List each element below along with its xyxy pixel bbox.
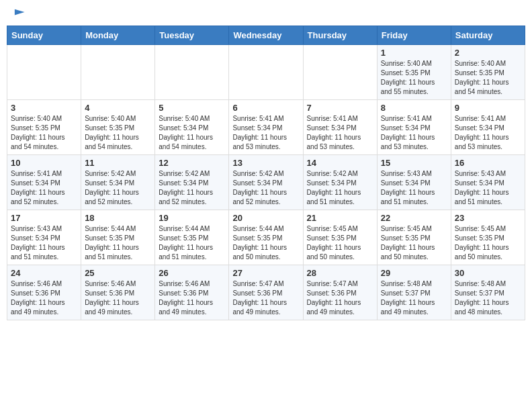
calendar-week-row: 1Sunrise: 5:40 AM Sunset: 5:35 PM Daylig… [7, 45, 525, 100]
calendar-week-row: 24Sunrise: 5:46 AM Sunset: 5:36 PM Dayli… [7, 265, 525, 320]
day-number: 25 [85, 268, 151, 278]
calendar-cell: 22Sunrise: 5:45 AM Sunset: 5:35 PM Dayli… [377, 210, 451, 265]
day-info: Sunrise: 5:46 AM Sunset: 5:36 PM Dayligh… [11, 279, 77, 317]
day-number: 26 [159, 268, 225, 278]
day-number: 20 [232, 213, 299, 223]
calendar-cell: 15Sunrise: 5:43 AM Sunset: 5:34 PM Dayli… [377, 155, 451, 210]
day-info: Sunrise: 5:44 AM Sunset: 5:35 PM Dayligh… [159, 224, 225, 262]
calendar-week-row: 17Sunrise: 5:43 AM Sunset: 5:34 PM Dayli… [7, 210, 525, 265]
day-number: 17 [11, 213, 77, 223]
calendar-cell: 18Sunrise: 5:44 AM Sunset: 5:35 PM Dayli… [81, 210, 155, 265]
day-number: 27 [232, 268, 299, 278]
day-info: Sunrise: 5:48 AM Sunset: 5:37 PM Dayligh… [381, 279, 447, 317]
calendar-cell: 26Sunrise: 5:46 AM Sunset: 5:36 PM Dayli… [155, 265, 229, 320]
day-number: 14 [307, 158, 373, 168]
day-number: 19 [159, 213, 225, 223]
day-number: 1 [381, 48, 447, 58]
day-info: Sunrise: 5:40 AM Sunset: 5:35 PM Dayligh… [381, 59, 447, 97]
calendar-cell: 28Sunrise: 5:47 AM Sunset: 5:36 PM Dayli… [303, 265, 377, 320]
day-info: Sunrise: 5:44 AM Sunset: 5:35 PM Dayligh… [232, 224, 299, 262]
day-number: 22 [381, 213, 447, 223]
day-info: Sunrise: 5:41 AM Sunset: 5:34 PM Dayligh… [307, 114, 373, 152]
calendar-table: SundayMondayTuesdayWednesdayThursdayFrid… [7, 26, 525, 320]
weekday-header: Saturday [451, 26, 525, 45]
day-info: Sunrise: 5:42 AM Sunset: 5:34 PM Dayligh… [307, 169, 373, 207]
logo [9, 7, 26, 20]
calendar-cell: 10Sunrise: 5:41 AM Sunset: 5:34 PM Dayli… [7, 155, 81, 210]
calendar-cell: 30Sunrise: 5:48 AM Sunset: 5:37 PM Dayli… [451, 265, 525, 320]
day-info: Sunrise: 5:40 AM Sunset: 5:34 PM Dayligh… [159, 114, 225, 152]
day-info: Sunrise: 5:46 AM Sunset: 5:36 PM Dayligh… [85, 279, 151, 317]
logo-flag-icon [11, 7, 26, 21]
calendar-cell: 4Sunrise: 5:40 AM Sunset: 5:35 PM Daylig… [81, 100, 155, 155]
day-info: Sunrise: 5:40 AM Sunset: 5:35 PM Dayligh… [11, 114, 77, 152]
calendar-cell: 13Sunrise: 5:42 AM Sunset: 5:34 PM Dayli… [229, 155, 303, 210]
day-info: Sunrise: 5:41 AM Sunset: 5:34 PM Dayligh… [381, 114, 447, 152]
day-info: Sunrise: 5:40 AM Sunset: 5:35 PM Dayligh… [85, 114, 151, 152]
calendar-cell: 7Sunrise: 5:41 AM Sunset: 5:34 PM Daylig… [303, 100, 377, 155]
calendar-cell: 24Sunrise: 5:46 AM Sunset: 5:36 PM Dayli… [7, 265, 81, 320]
day-info: Sunrise: 5:42 AM Sunset: 5:34 PM Dayligh… [159, 169, 225, 207]
day-info: Sunrise: 5:45 AM Sunset: 5:35 PM Dayligh… [381, 224, 447, 262]
calendar-cell: 19Sunrise: 5:44 AM Sunset: 5:35 PM Dayli… [155, 210, 229, 265]
calendar-cell: 16Sunrise: 5:43 AM Sunset: 5:34 PM Dayli… [451, 155, 525, 210]
weekday-header: Sunday [7, 26, 81, 45]
calendar-cell: 25Sunrise: 5:46 AM Sunset: 5:36 PM Dayli… [81, 265, 155, 320]
weekday-header: Thursday [303, 26, 377, 45]
day-info: Sunrise: 5:44 AM Sunset: 5:35 PM Dayligh… [85, 224, 151, 262]
day-number: 12 [159, 158, 225, 168]
day-number: 8 [381, 103, 447, 113]
day-number: 3 [11, 103, 77, 113]
day-info: Sunrise: 5:46 AM Sunset: 5:36 PM Dayligh… [159, 279, 225, 317]
calendar-cell: 12Sunrise: 5:42 AM Sunset: 5:34 PM Dayli… [155, 155, 229, 210]
day-info: Sunrise: 5:42 AM Sunset: 5:34 PM Dayligh… [232, 169, 299, 207]
calendar-cell: 6Sunrise: 5:41 AM Sunset: 5:34 PM Daylig… [229, 100, 303, 155]
calendar-cell: 20Sunrise: 5:44 AM Sunset: 5:35 PM Dayli… [229, 210, 303, 265]
day-number: 28 [307, 268, 373, 278]
calendar-cell: 29Sunrise: 5:48 AM Sunset: 5:37 PM Dayli… [377, 265, 451, 320]
calendar-cell: 17Sunrise: 5:43 AM Sunset: 5:34 PM Dayli… [7, 210, 81, 265]
calendar-cell: 27Sunrise: 5:47 AM Sunset: 5:36 PM Dayli… [229, 265, 303, 320]
day-number: 16 [455, 158, 521, 168]
calendar-week-row: 3Sunrise: 5:40 AM Sunset: 5:35 PM Daylig… [7, 100, 525, 155]
weekday-header: Tuesday [155, 26, 229, 45]
calendar-header-row: SundayMondayTuesdayWednesdayThursdayFrid… [7, 26, 525, 45]
day-number: 18 [85, 213, 151, 223]
svg-marker-0 [15, 9, 25, 15]
weekday-header: Friday [377, 26, 451, 45]
day-number: 7 [307, 103, 373, 113]
calendar-cell: 9Sunrise: 5:41 AM Sunset: 5:34 PM Daylig… [451, 100, 525, 155]
weekday-header: Monday [81, 26, 155, 45]
calendar-cell: 2Sunrise: 5:40 AM Sunset: 5:35 PM Daylig… [451, 45, 525, 100]
calendar-cell: 3Sunrise: 5:40 AM Sunset: 5:35 PM Daylig… [7, 100, 81, 155]
day-info: Sunrise: 5:43 AM Sunset: 5:34 PM Dayligh… [381, 169, 447, 207]
day-number: 2 [455, 48, 521, 58]
day-info: Sunrise: 5:41 AM Sunset: 5:34 PM Dayligh… [11, 169, 77, 207]
calendar-cell [229, 45, 303, 100]
day-number: 29 [381, 268, 447, 278]
day-info: Sunrise: 5:40 AM Sunset: 5:35 PM Dayligh… [455, 59, 521, 97]
day-number: 10 [11, 158, 77, 168]
day-info: Sunrise: 5:47 AM Sunset: 5:36 PM Dayligh… [232, 279, 299, 317]
day-number: 30 [455, 268, 521, 278]
calendar-week-row: 10Sunrise: 5:41 AM Sunset: 5:34 PM Dayli… [7, 155, 525, 210]
weekday-header: Wednesday [229, 26, 303, 45]
day-number: 6 [232, 103, 299, 113]
day-info: Sunrise: 5:41 AM Sunset: 5:34 PM Dayligh… [232, 114, 299, 152]
day-number: 11 [85, 158, 151, 168]
day-number: 21 [307, 213, 373, 223]
calendar-cell: 23Sunrise: 5:45 AM Sunset: 5:35 PM Dayli… [451, 210, 525, 265]
day-info: Sunrise: 5:43 AM Sunset: 5:34 PM Dayligh… [11, 224, 77, 262]
calendar-cell: 8Sunrise: 5:41 AM Sunset: 5:34 PM Daylig… [377, 100, 451, 155]
calendar-cell: 14Sunrise: 5:42 AM Sunset: 5:34 PM Dayli… [303, 155, 377, 210]
calendar-cell: 5Sunrise: 5:40 AM Sunset: 5:34 PM Daylig… [155, 100, 229, 155]
day-info: Sunrise: 5:48 AM Sunset: 5:37 PM Dayligh… [455, 279, 521, 317]
calendar-cell [303, 45, 377, 100]
day-number: 13 [232, 158, 299, 168]
day-info: Sunrise: 5:45 AM Sunset: 5:35 PM Dayligh… [307, 224, 373, 262]
day-info: Sunrise: 5:45 AM Sunset: 5:35 PM Dayligh… [455, 224, 521, 262]
calendar-cell: 11Sunrise: 5:42 AM Sunset: 5:34 PM Dayli… [81, 155, 155, 210]
day-info: Sunrise: 5:42 AM Sunset: 5:34 PM Dayligh… [85, 169, 151, 207]
day-number: 4 [85, 103, 151, 113]
day-number: 23 [455, 213, 521, 223]
